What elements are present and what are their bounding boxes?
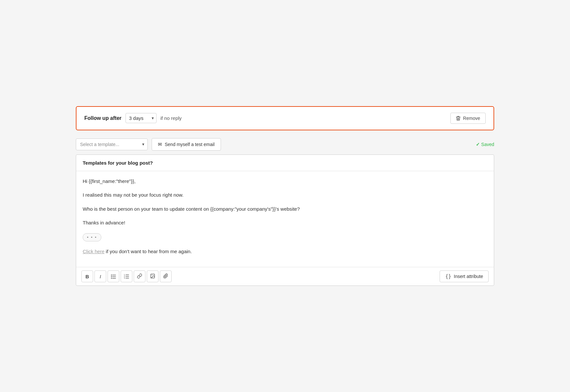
saved-label: Saved	[481, 142, 494, 147]
test-email-button[interactable]: ✉ Send myself a test email	[152, 138, 221, 151]
saved-status: ✓ Saved	[476, 142, 494, 147]
bold-button[interactable]: B	[81, 270, 93, 282]
svg-point-3	[111, 274, 112, 275]
body-line-2: I realised this may not be your focus ri…	[83, 191, 487, 199]
insert-attribute-label: Insert attribute	[454, 274, 483, 279]
remove-label: Remove	[463, 116, 480, 121]
template-select-wrapper[interactable]: Select a template...	[76, 139, 148, 150]
trash-icon	[456, 116, 461, 121]
template-controls: Select a template... ✉ Send myself a tes…	[76, 138, 494, 151]
ordered-list-icon: 1. 2. 3.	[124, 273, 129, 280]
attachment-icon	[163, 273, 168, 280]
template-controls-left: Select a template... ✉ Send myself a tes…	[76, 138, 221, 151]
bold-label: B	[86, 274, 89, 279]
unsubscribe-link[interactable]: Click here	[83, 249, 105, 254]
unordered-list-icon	[111, 273, 116, 280]
followup-bar: Follow up after 1 day 2 days 3 days 4 da…	[76, 106, 494, 130]
ordered-list-button[interactable]: 1. 2. 3.	[121, 270, 132, 282]
email-body[interactable]: Hi {{first_name:"there"}}, I realised th…	[76, 171, 494, 267]
followup-label: Follow up after	[84, 115, 122, 121]
svg-point-7	[111, 278, 112, 279]
svg-point-5	[111, 276, 112, 277]
email-editor: Templates for your blog post? Hi {{first…	[76, 155, 494, 286]
followup-suffix: if no reply	[160, 115, 182, 121]
insert-attribute-icon: {}	[445, 273, 451, 279]
image-icon	[150, 273, 155, 280]
link-button[interactable]	[134, 270, 145, 282]
remove-button[interactable]: Remove	[450, 113, 486, 124]
page-container: Follow up after 1 day 2 days 3 days 4 da…	[76, 106, 494, 286]
insert-attribute-button[interactable]: {} Insert attribute	[440, 270, 489, 282]
body-line-3: Who is the best person on your team to u…	[83, 205, 487, 213]
body-line-1: Hi {{first_name:"there"}},	[83, 178, 487, 185]
envelope-icon: ✉	[158, 141, 162, 147]
ellipsis-button[interactable]: • • •	[83, 233, 101, 241]
checkmark-icon: ✓	[476, 142, 480, 147]
body-line-4: Thanks in advance!	[83, 219, 487, 227]
email-subject[interactable]: Templates for your blog post?	[76, 155, 494, 171]
toolbar-left: B I	[81, 270, 172, 282]
unsubscribe-line: Click here if you don't want to hear fro…	[83, 248, 487, 255]
svg-text:3.: 3.	[124, 277, 126, 279]
italic-label: I	[100, 274, 101, 279]
editor-toolbar: B I	[76, 267, 494, 286]
attachment-button[interactable]	[160, 270, 172, 282]
svg-point-16	[152, 275, 152, 275]
unordered-list-button[interactable]	[108, 270, 119, 282]
test-email-label: Send myself a test email	[165, 142, 215, 147]
days-select-wrapper[interactable]: 1 day 2 days 3 days 4 days 5 days 7 days…	[126, 113, 157, 123]
days-select[interactable]: 1 day 2 days 3 days 4 days 5 days 7 days…	[126, 113, 157, 123]
template-select[interactable]: Select a template...	[76, 139, 148, 150]
followup-left: Follow up after 1 day 2 days 3 days 4 da…	[84, 113, 182, 123]
unsubscribe-suffix: if you don't want to hear from me again.	[105, 249, 192, 254]
italic-button[interactable]: I	[94, 270, 106, 282]
image-button[interactable]	[147, 270, 159, 282]
link-icon	[137, 273, 142, 280]
